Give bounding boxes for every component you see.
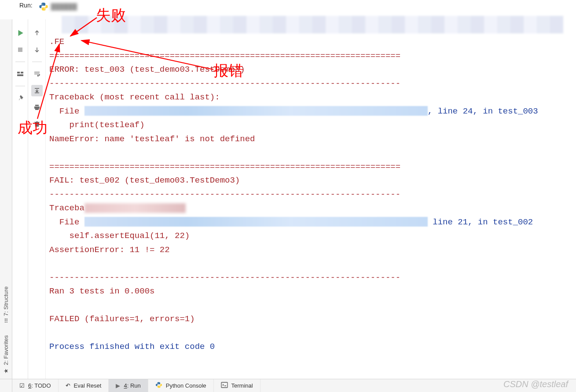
soft-wrap-icon xyxy=(33,70,40,77)
arrow-up-icon xyxy=(33,29,40,37)
file-path-redacted xyxy=(84,106,428,116)
separator xyxy=(15,62,25,62)
layout-button[interactable] xyxy=(15,68,26,80)
run-config-tab[interactable]: ██████ xyxy=(34,1,82,12)
play-icon: ▶ xyxy=(116,382,120,389)
run-header-label: Run: xyxy=(18,1,34,11)
run-tab[interactable]: ▶ 4: Run xyxy=(109,379,148,392)
todo-tab[interactable]: ☑ 6: TODO xyxy=(12,379,59,392)
play-icon xyxy=(16,29,24,37)
rerun-button[interactable] xyxy=(15,27,26,39)
down-stack-button[interactable] xyxy=(31,44,43,55)
undo-icon: ↶ xyxy=(66,382,70,389)
stop-icon xyxy=(17,46,24,53)
python-icon xyxy=(155,381,162,390)
run-config-name-blurred: ██████ xyxy=(51,3,77,10)
stop-button[interactable] xyxy=(15,44,26,55)
console-actions-gutter xyxy=(28,19,46,379)
scroll-end-icon xyxy=(33,87,40,94)
file-path-redacted xyxy=(84,217,428,227)
up-stack-button[interactable] xyxy=(31,27,43,39)
console-output-panel[interactable]: .FE ====================================… xyxy=(46,19,576,379)
trash-icon xyxy=(33,121,40,128)
terminal-label: Terminal xyxy=(231,382,253,389)
python-console-label: Python Console xyxy=(166,382,206,389)
svg-rect-4 xyxy=(221,382,227,388)
eval-reset-label: Eval Reset xyxy=(74,382,102,389)
python-icon xyxy=(39,2,48,11)
pin-button[interactable] xyxy=(15,92,26,104)
structure-toolwindow-button[interactable]: ⠿ 7: Structure xyxy=(3,286,9,323)
pin-icon xyxy=(17,95,24,102)
terminal-tab[interactable]: Terminal xyxy=(214,379,260,392)
eval-reset-tab[interactable]: ↶ Eval Reset xyxy=(59,379,109,392)
soft-wrap-button[interactable] xyxy=(31,68,43,80)
console-text: .FE ====================================… xyxy=(46,19,576,358)
python-console-tab[interactable]: Python Console xyxy=(148,379,214,392)
scroll-to-end-button[interactable] xyxy=(31,85,43,96)
svg-rect-2 xyxy=(21,72,23,73)
favorites-toolwindow-button[interactable]: ★ 2: Favorites xyxy=(3,335,9,374)
separator xyxy=(15,86,25,86)
separator xyxy=(32,62,42,62)
clear-button[interactable] xyxy=(31,118,43,130)
structure-icon: ⠿ xyxy=(4,318,8,324)
svg-rect-3 xyxy=(17,74,23,76)
layout-icon xyxy=(17,70,24,77)
svg-rect-1 xyxy=(17,72,20,73)
terminal-icon xyxy=(221,381,228,390)
structure-label: 7: Structure xyxy=(3,286,9,316)
bottom-toolwindow-stripe: ☑ 6: TODO ↶ Eval Reset ▶ 4: Run Python C… xyxy=(0,379,576,392)
left-toolwindow-stripe: ⠿ 7: Structure ★ 2: Favorites xyxy=(0,19,12,379)
trace-redacted xyxy=(84,203,186,213)
run-actions-gutter xyxy=(12,19,28,379)
blurred-region xyxy=(62,16,563,33)
svg-rect-0 xyxy=(18,48,22,52)
print-icon xyxy=(33,104,40,111)
favorites-label: 2: Favorites xyxy=(3,335,9,365)
print-button[interactable] xyxy=(31,102,43,113)
todo-icon: ☑ xyxy=(19,382,25,389)
arrow-down-icon xyxy=(33,46,40,53)
star-icon: ★ xyxy=(3,368,9,374)
